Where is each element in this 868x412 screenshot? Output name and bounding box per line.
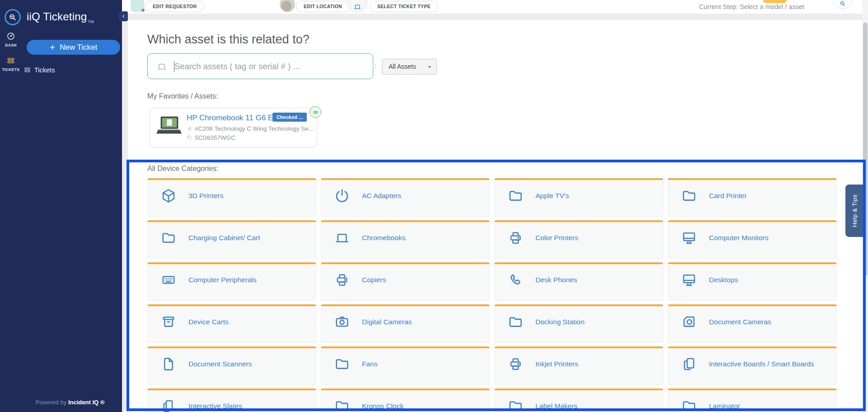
category-tile[interactable]: Computer Peripherals — [147, 262, 316, 301]
gauge-icon — [6, 32, 15, 41]
sidebar-rail-tickets[interactable]: TICKETS — [0, 56, 22, 72]
camera-icon — [334, 314, 350, 330]
category-tile[interactable]: Laminator — [668, 388, 837, 412]
app-title: iiQ TicketingTM — [27, 10, 94, 24]
category-label: AC Adapters — [362, 188, 401, 204]
folder-icon — [334, 356, 350, 372]
category-tile[interactable]: Kronos Clock — [321, 388, 490, 412]
phone-icon — [507, 272, 524, 288]
folder-icon — [507, 314, 524, 330]
progress-badge — [763, 0, 787, 3]
folder-icon — [334, 398, 350, 412]
rail-tickets-label: TICKETS — [0, 67, 22, 72]
main-area: EDIT REQUESTOR EDIT LOCATION SELECT TICK… — [122, 0, 862, 412]
page-title: Which asset is this related to? — [147, 33, 310, 47]
category-label: Interactive Slates — [188, 398, 242, 412]
category-label: Document Scanners — [188, 356, 252, 372]
category-tile[interactable]: 3D Printers — [147, 178, 316, 217]
category-label: Charging Cabinet/ Cart — [188, 230, 260, 246]
category-label: Computer Peripherals — [188, 272, 257, 288]
doc-camera-icon — [681, 314, 697, 330]
category-label: Computer Monitors — [709, 230, 769, 246]
folder-icon — [681, 188, 697, 204]
category-label: Color Printers — [535, 230, 578, 246]
category-tile[interactable]: Color Printers — [494, 220, 663, 259]
category-label: Docking Station — [535, 314, 585, 330]
new-ticket-button[interactable]: + New Ticket — [27, 40, 120, 55]
current-step-label: Current Step: Select a model / asset — [699, 3, 804, 10]
tag-icon — [187, 135, 192, 141]
category-label: Document Cameras — [709, 314, 771, 330]
printer-icon — [507, 230, 524, 246]
category-tile[interactable]: Docking Station — [494, 304, 663, 343]
folder-icon — [160, 230, 177, 246]
requestor-avatar — [131, 0, 144, 12]
category-label: Desk Phones — [535, 272, 577, 288]
category-tile[interactable]: Chromebooks — [321, 220, 490, 259]
search-button[interactable] — [833, 0, 852, 9]
asset-serial: 5CD8357WGC — [187, 134, 235, 141]
sidebar-collapse-button[interactable]: ‹ — [119, 11, 128, 21]
folder-icon — [507, 188, 524, 204]
asset-title-link[interactable]: HP Chromebook 11 G6 EE — [187, 114, 278, 123]
location-avatar — [280, 0, 295, 12]
edit-requestor-button[interactable]: EDIT REQUESTOR — [145, 1, 204, 12]
asset-photo — [156, 115, 182, 138]
category-tile[interactable]: Document Scanners — [147, 346, 316, 385]
asset-filter-dropdown[interactable]: All Assets — [382, 59, 437, 75]
favorite-asset-card[interactable]: HP Chromebook 11 G6 EE #C208 Technology … — [149, 108, 317, 147]
chevron-down-icon — [428, 66, 432, 68]
cabinet-icon — [160, 314, 177, 330]
category-label: Chromebooks — [362, 230, 406, 246]
sidebar-item-tickets[interactable]: Tickets — [23, 66, 55, 74]
folder-icon — [507, 398, 524, 412]
category-tile[interactable]: Computer Monitors — [668, 220, 837, 259]
categories-heading: All Device Categories: — [147, 165, 218, 173]
category-tile[interactable]: Label Makers — [494, 388, 663, 412]
asset-search-input[interactable] — [174, 54, 373, 79]
help-tips-tab[interactable]: Help & Tips — [845, 185, 863, 237]
edit-location-button[interactable]: EDIT LOCATION — [296, 1, 350, 12]
asset-filter-value: All Assets — [389, 63, 416, 70]
status-badge: Checked ... — [272, 113, 307, 122]
link-icon — [312, 109, 319, 116]
boards-icon — [681, 356, 697, 372]
category-tile[interactable]: Digital Cameras — [321, 304, 490, 343]
category-grid: 3D Printers AC Adapters Apple TV's Card … — [147, 178, 837, 412]
asset-step-panel: Which asset is this related to? : All As… — [128, 20, 862, 412]
linked-asset-button[interactable] — [310, 106, 321, 118]
category-tile[interactable]: Interactive Slates — [147, 388, 316, 412]
folder-icon — [681, 398, 697, 412]
category-tile[interactable]: Desktops — [668, 262, 837, 301]
category-label: Apple TV's — [535, 188, 569, 204]
select-ticket-type-button[interactable]: SELECT TICKET TYPE — [370, 1, 438, 12]
location-pin-icon — [187, 126, 192, 132]
category-tile[interactable]: Charging Cabinet/ Cart — [147, 220, 316, 259]
new-ticket-label: New Ticket — [60, 43, 97, 52]
category-tile[interactable]: Copiers — [321, 262, 490, 301]
brand-name: Incident IQ ® — [68, 399, 104, 406]
category-tile[interactable]: Document Cameras — [668, 304, 837, 343]
category-tile[interactable]: Inkjet Printers — [494, 346, 663, 385]
app-logo[interactable]: iiQ TicketingTM — [5, 9, 94, 25]
ticket-icon — [6, 56, 15, 65]
ticket-icon — [23, 66, 31, 74]
category-label: 3D Printers — [188, 188, 224, 204]
category-label: Digital Cameras — [362, 314, 412, 330]
monitor-icon — [681, 230, 697, 246]
category-tile[interactable]: Desk Phones — [494, 262, 663, 301]
category-label: Label Makers — [535, 398, 577, 412]
keyboard-icon — [160, 272, 177, 288]
favorites-heading: My Favorites / Assets: — [147, 92, 218, 100]
scrollbar-thumb[interactable] — [863, 23, 868, 276]
category-tile[interactable]: Apple TV's — [494, 178, 663, 217]
sidebar-rail-dash[interactable]: DASH — [0, 32, 22, 47]
plus-icon: + — [50, 42, 55, 53]
category-label: Kronos Clock — [362, 398, 404, 412]
category-tile[interactable]: Device Carts — [147, 304, 316, 343]
category-tile[interactable]: Interactive Boards / Smart Boards — [668, 346, 837, 385]
category-tile[interactable]: Card Printer — [668, 178, 837, 217]
category-tile[interactable]: Fans — [321, 346, 490, 385]
category-tile[interactable]: AC Adapters — [321, 178, 490, 217]
category-label: Card Printer — [709, 188, 747, 204]
